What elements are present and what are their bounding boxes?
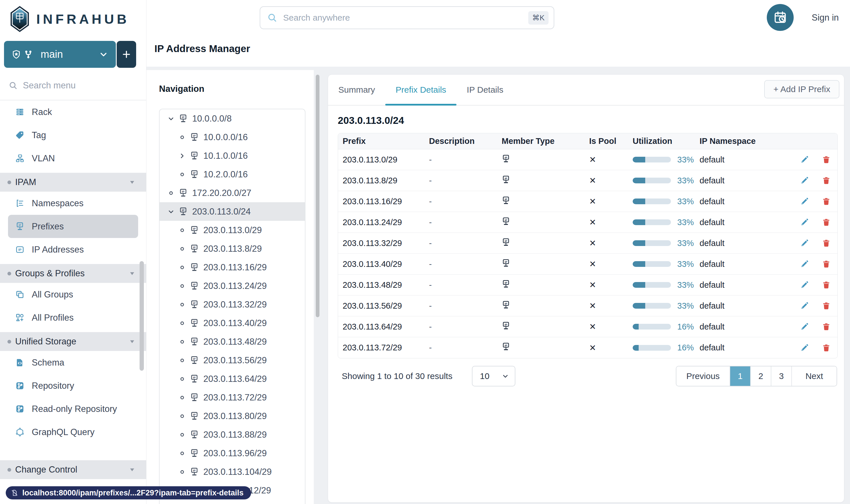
circle-marker-icon[interactable] [179, 412, 186, 420]
page-button-3[interactable]: 3 [771, 366, 791, 386]
sidebar-section-change-control[interactable]: Change Control [0, 460, 146, 479]
pencil-icon[interactable] [800, 322, 809, 331]
page-button-2[interactable]: 2 [750, 366, 771, 386]
tab-ip-details[interactable]: IP Details [456, 75, 514, 105]
sidebar-section-groups-profiles[interactable]: Groups & Profiles [0, 264, 146, 283]
tree-item-10-0-0-0-8[interactable]: IP10.0.0.0/8 [160, 109, 305, 128]
sidebar-item-all-profiles[interactable]: All Profiles [8, 306, 138, 329]
tree-item-203-0-113-80-29[interactable]: IP203.0.113.80/29 [160, 407, 305, 425]
tree-item-10-0-0-0-16[interactable]: IP10.0.0.0/16 [160, 128, 305, 146]
pencil-icon[interactable] [800, 155, 809, 164]
tree-item-172-20-20-0-27[interactable]: IP172.20.20.0/27 [160, 184, 305, 202]
circle-marker-icon[interactable] [179, 227, 186, 234]
tab-prefix-details[interactable]: Prefix Details [385, 75, 456, 105]
pencil-icon[interactable] [800, 260, 809, 268]
trash-icon[interactable] [822, 218, 831, 227]
tree-item-203-0-113-48-29[interactable]: IP203.0.113.48/29 [160, 332, 305, 351]
circle-marker-icon[interactable] [179, 245, 186, 253]
pencil-icon[interactable] [800, 197, 809, 206]
tree-item-203-0-113-16-29[interactable]: IP203.0.113.16/29 [160, 258, 305, 276]
pencil-icon[interactable] [800, 281, 809, 289]
tree-item-203-0-113-0-24[interactable]: IP203.0.113.0/24 [160, 202, 305, 221]
sidebar-item-prefixes[interactable]: IPPrefixes [8, 215, 138, 238]
sidebar-item-all-groups[interactable]: All Groups [8, 283, 138, 306]
sidebar-item-graphql-query[interactable]: GraphQL Query [8, 420, 138, 444]
circle-marker-icon[interactable] [179, 264, 186, 271]
table-row[interactable]: 203.0.113.16/29-IP✕33%default [338, 191, 837, 212]
table-row[interactable]: 203.0.113.64/29-IP✕16%default [338, 317, 837, 337]
trash-icon[interactable] [822, 302, 831, 310]
pencil-icon[interactable] [800, 218, 809, 227]
pencil-icon[interactable] [800, 239, 809, 248]
sidebar-item-namespaces[interactable]: Namespaces [8, 192, 138, 215]
trash-icon[interactable] [822, 344, 831, 352]
sidebar-section-ipam[interactable]: IPAM [0, 173, 146, 192]
tree-item-203-0-113-104-29[interactable]: IP203.0.113.104/29 [160, 463, 305, 481]
tree-item-203-0-113-0-29[interactable]: IP203.0.113.0/29 [160, 221, 305, 239]
trash-icon[interactable] [822, 239, 831, 248]
circle-marker-icon[interactable] [179, 431, 186, 438]
table-row[interactable]: 203.0.113.0/29-IP✕33%default [338, 149, 837, 170]
table-row[interactable]: 203.0.113.56/29-IP✕33%default [338, 295, 837, 317]
sidebar-item-ip-addresses[interactable]: IPIP Addresses [8, 238, 138, 261]
global-search[interactable]: ⌘K [260, 6, 554, 29]
tree-item-203-0-113-72-29[interactable]: IP203.0.113.72/29 [160, 388, 305, 407]
table-row[interactable]: 203.0.113.40/29-IP✕33%default [338, 254, 837, 275]
circle-marker-icon[interactable] [179, 394, 186, 401]
tree-item-203-0-113-40-29[interactable]: IP203.0.113.40/29 [160, 314, 305, 332]
sidebar-item-read-only-repository[interactable]: Read-only Repository [8, 397, 138, 420]
table-row[interactable]: 203.0.113.32/29-IP✕33%default [338, 233, 837, 254]
tab-summary[interactable]: Summary [328, 75, 385, 105]
trash-icon[interactable] [822, 281, 831, 289]
previous-page-button[interactable]: Previous [676, 366, 729, 386]
page-button-1[interactable]: 1 [729, 366, 750, 386]
tree-item-10-2-0-0-16[interactable]: IP10.2.0.0/16 [160, 165, 305, 184]
table-row[interactable]: 203.0.113.72/29-IP✕16%default [338, 337, 837, 358]
circle-marker-icon[interactable] [167, 190, 175, 197]
sidebar-item-tag[interactable]: Tag [8, 124, 138, 147]
trash-icon[interactable] [822, 176, 831, 185]
menu-search[interactable] [0, 71, 146, 100]
sign-in-link[interactable]: Sign in [812, 13, 839, 23]
circle-marker-icon[interactable] [179, 301, 186, 308]
sidebar-scrollbar-thumb[interactable] [140, 261, 144, 371]
circle-marker-icon[interactable] [179, 133, 186, 141]
sidebar-section-unified-storage[interactable]: Unified Storage [0, 332, 146, 351]
chevron-down-icon[interactable] [167, 115, 175, 122]
circle-marker-icon[interactable] [179, 450, 186, 457]
pencil-icon[interactable] [800, 302, 809, 310]
menu-search-input[interactable] [23, 80, 146, 91]
circle-marker-icon[interactable] [179, 468, 186, 476]
tree-item-203-0-113-120-29[interactable]: IP203.0.113.120/29 [160, 500, 305, 504]
circle-marker-icon[interactable] [179, 357, 186, 364]
tree-item-203-0-113-8-29[interactable]: IP203.0.113.8/29 [160, 239, 305, 258]
navigation-scrollbar-thumb[interactable] [316, 75, 320, 317]
tree-item-203-0-113-56-29[interactable]: IP203.0.113.56/29 [160, 351, 305, 370]
tree-item-203-0-113-88-29[interactable]: IP203.0.113.88/29 [160, 425, 305, 444]
circle-marker-icon[interactable] [179, 375, 186, 383]
branch-selector[interactable]: main [4, 41, 116, 68]
tree-item-203-0-113-96-29[interactable]: IP203.0.113.96/29 [160, 444, 305, 463]
sidebar-item-rack[interactable]: Rack [8, 101, 138, 124]
time-travel-button[interactable] [767, 4, 794, 31]
add-branch-button[interactable] [117, 41, 136, 68]
add-ip-prefix-button[interactable]: + Add IP Prefix [764, 80, 839, 98]
trash-icon[interactable] [822, 197, 831, 206]
chevron-right-icon[interactable] [179, 152, 186, 160]
circle-marker-icon[interactable] [179, 171, 186, 178]
trash-icon[interactable] [822, 322, 831, 331]
tree-item-203-0-113-32-29[interactable]: IP203.0.113.32/29 [160, 295, 305, 314]
trash-icon[interactable] [822, 260, 831, 268]
page-size-select[interactable]: 10 [472, 366, 516, 386]
sidebar-item-repository[interactable]: Repository [8, 374, 138, 397]
circle-marker-icon[interactable] [179, 282, 186, 290]
sidebar-item-vlan[interactable]: VLAN [8, 147, 138, 170]
circle-marker-icon[interactable] [179, 338, 186, 345]
chevron-down-icon[interactable] [167, 208, 175, 215]
tree-item-10-1-0-0-16[interactable]: IP10.1.0.0/16 [160, 146, 305, 165]
global-search-input[interactable] [283, 13, 528, 23]
pencil-icon[interactable] [800, 176, 809, 185]
tree-item-203-0-113-64-29[interactable]: IP203.0.113.64/29 [160, 370, 305, 388]
table-row[interactable]: 203.0.113.24/29-IP✕33%default [338, 212, 837, 233]
trash-icon[interactable] [822, 155, 831, 164]
